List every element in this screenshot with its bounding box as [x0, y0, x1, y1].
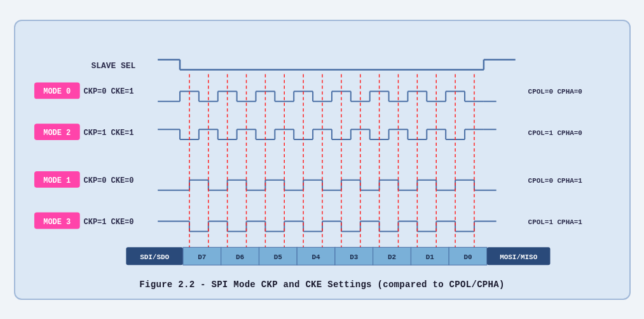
diagram-container: SLAVE SEL MODE 0 CKP=0 CKE=1	[14, 20, 631, 300]
mode2-label: MODE 2	[43, 129, 71, 138]
mode1-cpol-cpha: CPOL=0 CPHA=1	[528, 176, 582, 184]
mode0-cpol-cpha: CPOL=0 CPHA=0	[528, 88, 582, 96]
mode0-label: MODE 0	[43, 87, 71, 96]
d0-label: D0	[463, 253, 472, 261]
sdi-sdo-label: SDI/SDO	[140, 253, 169, 261]
mode3-cpol-cpha: CPOL=1 CPHA=1	[528, 218, 582, 225]
mode1-ckp-cke: CKP=0 CKE=0	[83, 176, 134, 185]
d2-label: D2	[387, 253, 395, 261]
slave-sel-label: SLAVE SEL	[91, 60, 135, 70]
mode3-label: MODE 3	[43, 217, 71, 226]
mode0-ckp-cke: CKP=0 CKE=1	[83, 87, 134, 96]
d3-label: D3	[350, 253, 359, 261]
d4-label: D4	[312, 253, 320, 261]
mode2-ckp-cke: CKP=1 CKE=1	[83, 129, 134, 138]
mode3-ckp-cke: CKP=1 CKE=0	[83, 217, 134, 226]
d1-label: D1	[425, 253, 434, 261]
figure-caption: Figure 2.2 - SPI Mode CKP and CKE Settin…	[28, 280, 617, 290]
d7-label: D7	[198, 253, 206, 261]
timing-diagram: SLAVE SEL MODE 0 CKP=0 CKE=1	[28, 32, 617, 274]
mode1-label: MODE 1	[43, 176, 71, 185]
d6-label: D6	[235, 253, 243, 261]
mode2-cpol-cpha: CPOL=1 CPHA=0	[528, 129, 582, 137]
mosi-miso-label: MOSI/MISO	[500, 253, 538, 261]
d5-label: D5	[273, 253, 282, 261]
